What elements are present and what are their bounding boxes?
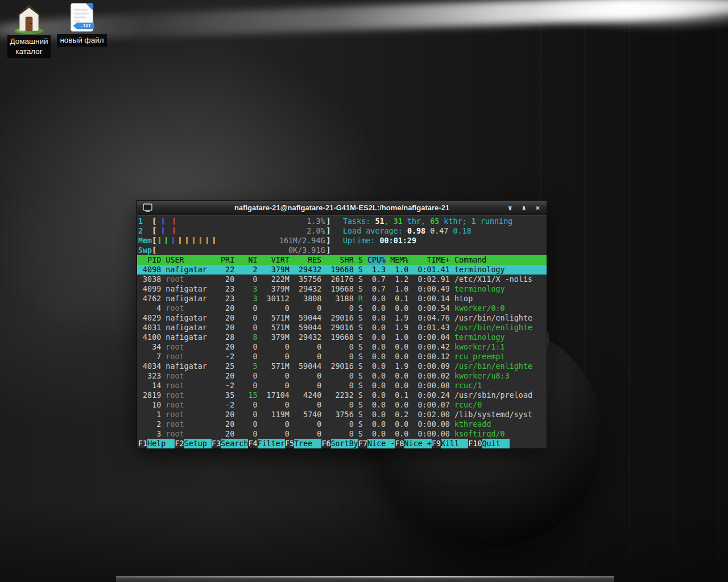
- cell-ni: 0: [239, 275, 257, 284]
- cell-time: 0:00.12: [413, 352, 449, 361]
- fkey-nice-[interactable]: F8Nice +: [395, 439, 431, 448]
- process-row[interactable]: 2 root 20 0 0 0 0 S 0.0 0.0 0:00.00 kthr…: [137, 419, 547, 429]
- cell-res: 0: [294, 352, 321, 361]
- cell-command: terminology: [454, 284, 547, 294]
- cell-cpu: 0.7: [367, 284, 386, 294]
- column-header-cpu[interactable]: CPU%: [367, 255, 386, 265]
- header-text-segment: 0.98: [407, 227, 430, 235]
- process-row[interactable]: 4098 nafigatar 22 2 379M 29432 19668 S 1…: [137, 265, 547, 275]
- process-row[interactable]: 4 root 20 0 0 0 0 S 0.0 0.0 0:00.54 kwor…: [137, 304, 547, 313]
- cell-pri: 28: [216, 332, 234, 342]
- cell-shr: 3188: [326, 294, 353, 304]
- cell-pri: 22: [216, 265, 234, 275]
- process-row[interactable]: 7 root -2 0 0 0 0 S 0.0 0.0 0:00.12 rcu_…: [137, 352, 547, 361]
- cell-command: rcuc/0: [454, 400, 547, 410]
- cell-command: /usr/bin/enlighte: [454, 361, 547, 371]
- column-header-user[interactable]: USER: [166, 255, 212, 265]
- fkey-search[interactable]: F3Search: [212, 439, 248, 448]
- fkey-label: SortBy: [331, 439, 358, 448]
- fkey-label: Search: [221, 439, 248, 448]
- column-header-command[interactable]: Command: [454, 255, 547, 265]
- fkey-help[interactable]: F1Help: [138, 439, 175, 448]
- bracket: ]: [326, 217, 331, 226]
- fkey-filter[interactable]: F4Filter: [248, 439, 284, 448]
- meter-bar: [213, 237, 215, 244]
- process-row[interactable]: 4100 nafigatar 28 8 379M 29432 19668 S 0…: [137, 332, 547, 342]
- cell-cpu: 0.0: [367, 429, 386, 439]
- process-row[interactable]: 2819 root 35 15 17104 4240 2232 S 0.0 0.…: [137, 390, 547, 400]
- close-icon[interactable]: ×: [536, 201, 540, 215]
- terminal-window: nafigatare-21@nafigatare-21-G41M-ES2L:/h…: [136, 200, 547, 449]
- fkey-nice-[interactable]: F7Nice -: [358, 439, 395, 448]
- column-header-s[interactable]: S: [358, 255, 363, 265]
- fkey-number: F2: [175, 439, 184, 448]
- titlebar[interactable]: nafigatare-21@nafigatare-21-G41M-ES2L:/h…: [137, 201, 547, 215]
- cell-ni: 0: [239, 429, 257, 439]
- bottom-shelf[interactable]: [116, 576, 614, 582]
- column-header-pri[interactable]: PRI: [216, 255, 234, 265]
- column-header-mem[interactable]: MEM%: [390, 255, 408, 265]
- cell-pid: 4099: [138, 284, 161, 294]
- header-text-segment: running: [476, 217, 513, 226]
- process-row[interactable]: 34 root 20 0 0 0 0 S 0.0 0.0 0:00.42 kwo…: [137, 342, 547, 352]
- process-row[interactable]: 4762 nafigatar 23 3 30112 3808 3188 R 0.…: [137, 294, 547, 304]
- cell-user: nafigatar: [166, 361, 212, 371]
- cell-cpu: 0.0: [367, 313, 386, 323]
- htop-header: 1[1.3%] 2[2.0%] Mem[161M/2.94G] Swp[0K/3…: [137, 217, 547, 255]
- desktop-icon-home[interactable]: Домашнийкаталог: [2, 2, 56, 58]
- cell-mem: 1.9: [390, 323, 408, 332]
- cell-user: root: [166, 400, 212, 410]
- cell-ni: 0: [239, 381, 257, 390]
- process-row[interactable]: 10 root -2 0 0 0 0 S 0.0 0.0 0:00.07 rcu…: [137, 400, 547, 410]
- header-text-segment: 1: [471, 217, 476, 226]
- process-row[interactable]: 3 root 20 0 0 0 0 S 0.0 0.0 0:00.00 ksof…: [137, 429, 547, 439]
- cell-time: 0:00.09: [413, 361, 449, 371]
- header-text-segment: kthr;: [439, 217, 471, 226]
- process-row[interactable]: 323 root 20 0 0 0 0 S 0.0 0.0 0:00.02 kw…: [137, 371, 547, 381]
- cell-shr: 26176: [326, 275, 353, 284]
- cell-pri: -2: [216, 400, 234, 410]
- process-row[interactable]: 1 root 20 0 119M 5740 3756 S 0.0 0.2 0:0…: [137, 410, 547, 419]
- fkey-label: Nice +: [404, 439, 432, 448]
- header-text-segment: 0.18: [453, 227, 471, 235]
- meter-bar: [186, 237, 188, 244]
- meter-bar: [172, 237, 174, 244]
- load-average-line: Load average: 0.98 0.47 0.18: [343, 226, 512, 236]
- fkey-setup[interactable]: F2Setup: [175, 439, 211, 448]
- column-header-shr[interactable]: SHR: [326, 255, 353, 265]
- maximize-icon[interactable]: ∧: [522, 201, 526, 215]
- fkey-number: F5: [285, 439, 294, 448]
- process-row[interactable]: 4031 nafigatar 20 0 571M 59044 29016 S 0…: [137, 323, 547, 332]
- mem-value: 161M/2.94G: [279, 236, 325, 246]
- column-header-pid[interactable]: PID: [138, 255, 161, 265]
- column-header-time[interactable]: TIME+: [413, 255, 449, 265]
- process-row[interactable]: 4034 nafigatar 25 5 571M 59044 29016 S 0…: [137, 361, 547, 371]
- cell-state: S: [358, 265, 363, 275]
- fkey-tree[interactable]: F5Tree: [285, 439, 321, 448]
- process-row[interactable]: 4029 nafigatar 20 0 571M 59044 29016 S 0…: [137, 313, 547, 323]
- cell-time: 0:00.07: [413, 400, 449, 410]
- fkey-number: F7: [358, 439, 367, 448]
- cell-state: S: [358, 419, 363, 429]
- cell-state: S: [358, 361, 363, 371]
- shade-icon[interactable]: ∨: [508, 201, 512, 215]
- cell-user: root: [166, 419, 212, 429]
- process-row[interactable]: 3038 root 20 0 222M 35756 26176 S 0.7 1.…: [137, 275, 547, 284]
- column-header-res[interactable]: RES: [294, 255, 321, 265]
- window-buttons: ∨ ∧ ×: [508, 201, 540, 215]
- cell-time: 0:00.02: [413, 371, 449, 381]
- cell-shr: 3756: [326, 410, 353, 419]
- process-row[interactable]: 4099 nafigatar 23 3 379M 29432 19668 S 0…: [137, 284, 547, 294]
- desktop-icon-new-file[interactable]: .TXT новый файл: [55, 2, 109, 47]
- cell-ni: 0: [239, 400, 257, 410]
- cell-pid: 10: [138, 400, 161, 410]
- cpu1-bar-track: 1.3%: [156, 217, 326, 226]
- fkey-sortby[interactable]: F6SortBy: [321, 439, 358, 448]
- column-header-virt[interactable]: VIRT: [262, 255, 289, 265]
- cell-pri: 20: [216, 342, 234, 352]
- fkey-kill[interactable]: F9Kill: [432, 439, 468, 448]
- cell-res: 29432: [294, 332, 321, 342]
- process-row[interactable]: 14 root -2 0 0 0 0 S 0.0 0.0 0:00.08 rcu…: [137, 381, 547, 390]
- fkey-quit[interactable]: F10Quit: [468, 439, 510, 448]
- column-header-ni[interactable]: NI: [239, 255, 257, 265]
